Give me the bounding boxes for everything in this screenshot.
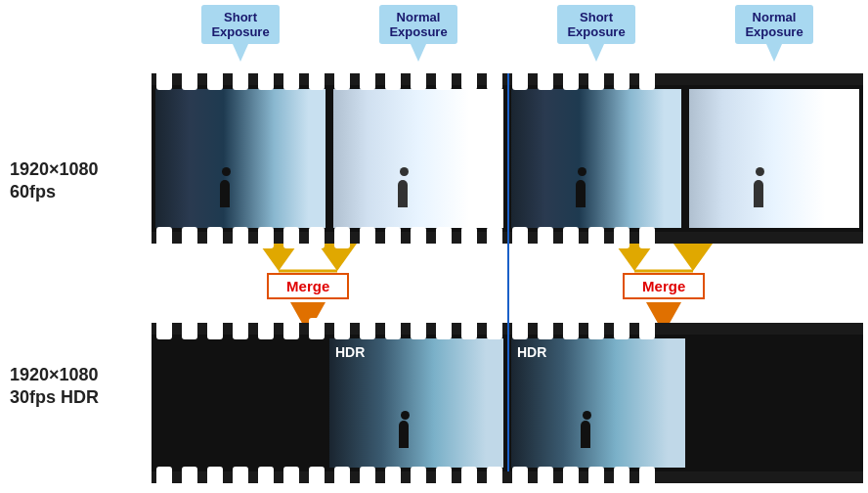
frame-normal-1 [333,89,503,228]
frame-normal-2 [689,89,859,228]
frame-short-1 [155,89,326,228]
merge-box-2: Merge [623,273,705,299]
merge-box-1: Merge [267,273,349,299]
content-area: ShortExposure NormalExposure ShortExposu… [152,0,863,493]
hdr-label-2: HDR [517,344,546,360]
hdr-frame-2: HDR [511,338,685,468]
hdr-frame-1: HDR [329,338,503,468]
short-exposure-label-2: ShortExposure [557,5,634,44]
top-row-label: 1920×108060fps [10,158,99,204]
left-labels: 1920×108060fps 1920×108030fps HDR [0,78,156,489]
bottom-row-label: 1920×108030fps HDR [10,364,99,410]
short-exposure-label-1: ShortExposure [201,5,279,44]
normal-exposure-label-2: NormalExposure [735,5,812,44]
hdr-label-1: HDR [335,344,365,360]
divider-line [507,73,509,471]
main-container: 1920×108060fps 1920×108030fps HDR ShortE… [0,0,868,493]
frame-short-2 [511,89,681,228]
normal-exposure-label-1: NormalExposure [379,5,456,44]
